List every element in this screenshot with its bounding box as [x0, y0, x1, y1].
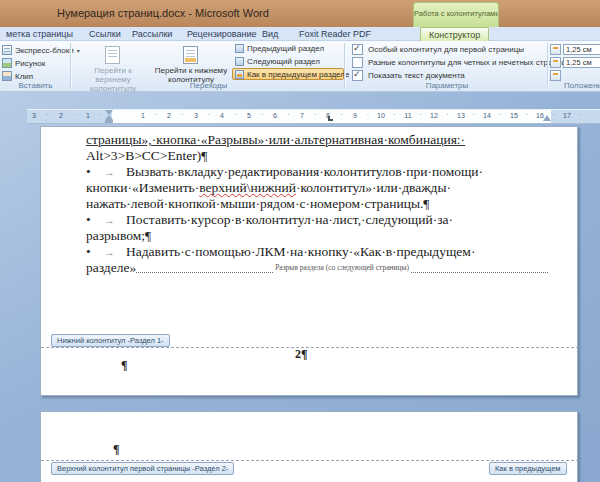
previous-section-button[interactable]: Предыдущий раздел: [232, 42, 344, 54]
header-from-top-icon: [550, 44, 561, 55]
quick-parts-button[interactable]: Экспресс-блоки ▾: [2, 44, 80, 56]
footer-position-input[interactable]: 1,25 см: [563, 57, 600, 68]
header-boundary-dashed-line: [41, 460, 579, 461]
insert-alignment-tab-icon[interactable]: [550, 70, 561, 81]
ribbon-group-position: 1,25 см 1,25 см Положение: [548, 41, 600, 91]
pilcrow-mark: ¶: [113, 442, 119, 457]
tab-design-active[interactable]: Конструктор: [420, 27, 489, 41]
doc-line: •→Надавить·с·помощью·ЛКМ·на·кнопку·«Как·…: [86, 244, 548, 260]
same-as-previous-badge: Как в предыдущем: [489, 462, 567, 475]
tab-references[interactable]: Ссылки: [85, 28, 125, 40]
checkbox-different-odd-even[interactable]: Разные колонтитулы для четных и нечетных…: [352, 56, 566, 68]
doc-line: •→Поставить·курсор·в·колонтитул·на·лист,…: [86, 212, 548, 228]
group-label-position: Положение: [564, 81, 600, 90]
checkbox-different-first-page[interactable]: Особый колонтитул для первой страницы: [352, 43, 524, 55]
contextual-tab-group-label: Работа с колонтитулами: [413, 2, 499, 27]
header-position-input[interactable]: 1,25 см: [563, 44, 600, 55]
doc-line: Alt>3>B>CC>Enter)¶: [86, 148, 548, 164]
group-label-insert: Вставить: [0, 81, 71, 90]
bullet-mark: •: [86, 244, 104, 260]
page-1[interactable]: страницы»,·кнопка·«Разрывы»·или·альтерна…: [40, 126, 578, 396]
tab-mark: →: [104, 244, 126, 260]
spellcheck-error-text: верхний\нижний: [199, 180, 296, 195]
window-title: Нумерация страниц.docx - Microsoft Word: [57, 7, 269, 19]
tab-page-layout[interactable]: метка страницы: [2, 28, 77, 40]
tab-mailings[interactable]: Рассылки: [128, 28, 176, 40]
group-label-options: Параметры: [346, 81, 548, 90]
ribbon-group-insert: Экспресс-блоки ▾ Рисунок Клип Вставить: [0, 41, 71, 91]
ribbon-tab-row: метка страницы Ссылки Рассылки Рецензиро…: [0, 27, 600, 41]
horizontal-ruler[interactable]: 3·2·1·1·2·3·4·5·6·7·8·9·10·11·12·13·14·1…: [27, 109, 600, 124]
footer-position-row: 1,25 см: [550, 56, 600, 68]
goto-header-icon: [105, 46, 120, 64]
doc-line: нажать·левой·кнопкой·мыши·рядом·с·номеро…: [86, 196, 548, 212]
title-bar: Нумерация страниц.docx - Microsoft Word …: [0, 0, 600, 27]
group-divider: [344, 43, 345, 89]
header-tab-section2: Верхний колонтитул первой страницы -Разд…: [51, 462, 234, 475]
ribbon: Экспресс-блоки ▾ Рисунок Клип Вставить П…: [0, 41, 600, 92]
ribbon-group-navigation: Перейти к верхнему колонтитулу Перейти к…: [72, 41, 345, 91]
section-break-label: Разрыв раздела (со следующей страницы): [275, 260, 409, 276]
checkbox-icon[interactable]: [352, 70, 363, 81]
next-section-icon: [235, 57, 244, 66]
page-number: 2¶: [295, 347, 307, 362]
ribbon-group-options: Особый колонтитул для первой страницы Ра…: [346, 41, 548, 91]
doc-line: кнопки·«Изменить·верхний\нижний·колонтит…: [86, 180, 548, 196]
picture-button[interactable]: Рисунок: [2, 57, 45, 69]
word-window: Нумерация страниц.docx - Microsoft Word …: [0, 0, 600, 482]
quick-parts-icon: [2, 45, 12, 55]
clip-art-icon: [2, 71, 12, 81]
page-2[interactable]: ¶ Верхний колонтитул первой страницы -Ра…: [40, 411, 578, 482]
section-break-dots: [411, 263, 548, 273]
section-break-line: разделе» Разрыв раздела (со следующей ст…: [86, 260, 548, 276]
goto-footer-icon: [183, 46, 198, 64]
header-position-row: 1,25 см: [550, 43, 600, 55]
checkbox-icon[interactable]: [352, 57, 363, 68]
tab-stop-marker[interactable]: [328, 116, 333, 121]
footer-from-bottom-icon: [550, 57, 561, 68]
link-to-previous-icon: [235, 70, 244, 79]
link-to-previous-button[interactable]: Как в предыдущем разделе: [232, 68, 344, 80]
checkbox-icon[interactable]: [352, 44, 363, 55]
right-indent-marker[interactable]: [543, 115, 551, 121]
doc-line: страницы»,·кнопка·«Разрывы»·или·альтерна…: [86, 132, 548, 148]
tab-mark: →: [104, 164, 126, 180]
group-divider: [70, 43, 71, 89]
doc-line: разрывом;¶: [86, 228, 548, 244]
pilcrow-mark: ¶: [121, 358, 127, 373]
group-label-navigation: Переходы: [72, 81, 345, 90]
section-break-dots: [136, 263, 273, 273]
next-section-button[interactable]: Следующий раздел: [232, 55, 344, 67]
footer-boundary-dashed-line: [41, 347, 579, 348]
picture-icon: [2, 58, 12, 68]
previous-section-icon: [235, 44, 244, 53]
checkbox-show-document-text[interactable]: Показать текст документа: [352, 69, 465, 81]
indent-marker[interactable]: [105, 110, 114, 123]
bullet-mark: •: [86, 212, 104, 228]
tab-foxit-reader-pdf[interactable]: Foxit Reader PDF: [295, 28, 375, 40]
tab-review[interactable]: Рецензирование: [183, 28, 261, 40]
bullet-mark: •: [86, 164, 104, 180]
alignment-tab-row: [550, 69, 561, 81]
footer-tab-section1: Нижний колонтитул -Раздел 1-: [51, 334, 170, 347]
tab-view[interactable]: Вид: [258, 28, 282, 40]
doc-line: •→Вызвать·вкладку·редактирования·колонти…: [86, 164, 548, 180]
tab-mark: →: [104, 212, 126, 228]
